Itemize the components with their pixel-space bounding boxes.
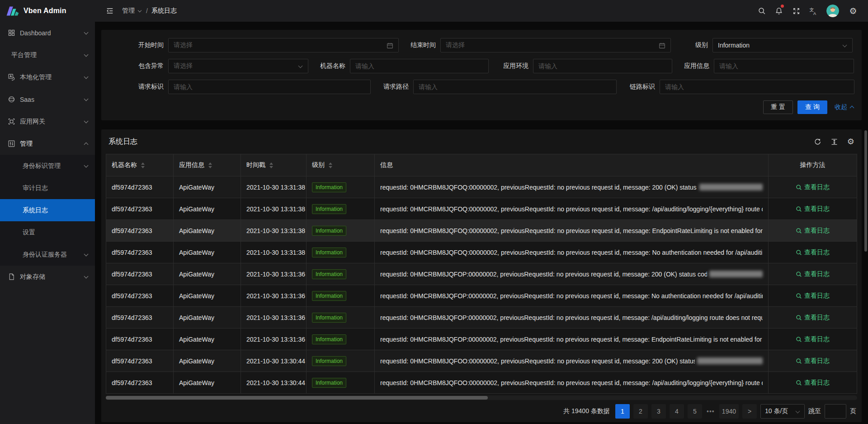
- page-ellipsis[interactable]: •••: [706, 408, 716, 415]
- sidebar-item-auth-server[interactable]: 身份认证服务器: [0, 243, 95, 266]
- column-header-action: 操作方法: [769, 154, 857, 176]
- page-button-1940[interactable]: 1940: [719, 404, 739, 419]
- sidebar-item-system-log[interactable]: 系统日志: [0, 199, 95, 221]
- row-height-icon[interactable]: [830, 138, 838, 146]
- sidebar-item-localization[interactable]: 本地化管理: [0, 66, 95, 88]
- column-label: 信息: [380, 161, 393, 169]
- level-badge: Information: [312, 248, 346, 257]
- collapse-link[interactable]: 收起: [835, 103, 854, 111]
- next-page-button[interactable]: >: [742, 404, 757, 419]
- translate-icon[interactable]: 文 A: [805, 0, 822, 22]
- start-time-date-input[interactable]: 请选择: [168, 38, 399, 52]
- placeholder-text: 请选择: [446, 41, 465, 49]
- settings-icon[interactable]: ⚙: [844, 0, 862, 22]
- table-row[interactable]: df5974d72363ApiGateWay2021-10-30 13:31:3…: [106, 306, 857, 328]
- cell-action: 查看日志: [769, 285, 857, 306]
- sidebar-item-settings[interactable]: 设置: [0, 221, 95, 243]
- vertical-scrollbar-thumb[interactable]: [864, 130, 867, 252]
- app-logo[interactable]: Vben Admin: [0, 0, 95, 22]
- view-log-link[interactable]: 查看日志: [796, 357, 830, 365]
- table-row[interactable]: df5974d72363ApiGateWay2021-10-30 13:31:3…: [106, 198, 857, 219]
- table-title: 系统日志: [108, 137, 137, 147]
- app-info-input[interactable]: [714, 59, 854, 73]
- column-header-msg: 信息: [375, 154, 769, 176]
- machine-name-input[interactable]: [350, 59, 489, 73]
- column-header-time[interactable]: 时间戳: [241, 154, 307, 176]
- page-button-3[interactable]: 3: [651, 404, 666, 419]
- request-id-input[interactable]: [168, 80, 371, 94]
- end-time-date-input[interactable]: 请选择: [440, 38, 671, 52]
- breadcrumb-parent[interactable]: 管理: [122, 7, 142, 15]
- sidebar-item-dashboard[interactable]: Dashboard: [0, 22, 95, 44]
- fullscreen-icon[interactable]: [788, 0, 805, 22]
- view-log-link[interactable]: 查看日志: [796, 314, 830, 322]
- view-log-link[interactable]: 查看日志: [796, 270, 830, 278]
- sort-icon[interactable]: [329, 162, 332, 168]
- table-row[interactable]: df5974d72363ApiGateWay2021-10-30 13:30:4…: [106, 350, 857, 372]
- menu-fold-icon[interactable]: [102, 0, 118, 22]
- table-row[interactable]: df5974d72363ApiGateWay2021-10-30 13:31:3…: [106, 263, 857, 285]
- column-header-level[interactable]: 级别: [307, 154, 375, 176]
- cell-timestamp: 2021-10-30 13:31:36: [241, 329, 307, 350]
- page-button-1[interactable]: 1: [615, 404, 630, 419]
- table-row[interactable]: df5974d72363ApiGateWay2021-10-30 13:31:3…: [106, 241, 857, 263]
- redacted-text: [699, 184, 763, 191]
- page-size-select[interactable]: 10 条/页: [760, 404, 805, 419]
- sidebar-item-audit-log[interactable]: 审计日志: [0, 177, 95, 199]
- chevron-down-icon: [795, 410, 800, 413]
- column-header-machine[interactable]: 机器名称: [106, 154, 174, 176]
- cell-timestamp: 2021-10-30 13:31:36: [241, 263, 307, 285]
- avatar[interactable]: [826, 5, 839, 17]
- magnifier-icon: [796, 336, 802, 343]
- bell-icon[interactable]: [770, 0, 788, 22]
- sort-icon[interactable]: [269, 162, 273, 168]
- view-log-link[interactable]: 查看日志: [796, 379, 830, 387]
- redo-icon[interactable]: [814, 138, 821, 146]
- view-log-link[interactable]: 查看日志: [796, 205, 830, 213]
- table-row[interactable]: df5974d72363ApiGateWay2021-10-30 13:30:4…: [106, 372, 857, 393]
- cell-machine-name: df5974d72363: [106, 242, 174, 263]
- view-log-link[interactable]: 查看日志: [796, 183, 830, 191]
- sidebar-item-identity-mgmt[interactable]: 身份标识管理: [0, 155, 95, 177]
- has-exception-select[interactable]: 请选择: [168, 59, 308, 73]
- sort-icon[interactable]: [141, 162, 145, 168]
- filter-field-request-path: 请求路径: [371, 80, 617, 94]
- trace-id-input[interactable]: [660, 80, 854, 94]
- jump-input[interactable]: [825, 404, 846, 419]
- search-icon[interactable]: [753, 0, 770, 22]
- sidebar-item-object-storage[interactable]: 对象存储: [0, 266, 95, 288]
- reset-button[interactable]: 重 置: [763, 100, 793, 114]
- column-header-app[interactable]: 应用信息: [174, 154, 241, 176]
- app-env-input[interactable]: [533, 59, 672, 73]
- field-label: 链路标识: [617, 83, 660, 91]
- sidebar-item-management[interactable]: 管理: [0, 133, 95, 155]
- sidebar-item-saas[interactable]: Saas: [0, 88, 95, 110]
- query-button[interactable]: 查 询: [797, 100, 827, 114]
- table-row[interactable]: df5974d72363ApiGateWay2021-10-30 13:31:3…: [106, 328, 857, 350]
- settings-icon[interactable]: ⚙: [847, 138, 854, 146]
- view-log-link[interactable]: 查看日志: [796, 248, 830, 257]
- chevron-down-icon: [83, 76, 89, 78]
- cell-message: requestId: 0HMCRBM8JQFOQ:00000002, previ…: [375, 198, 769, 219]
- page-button-5[interactable]: 5: [688, 404, 702, 419]
- table-row[interactable]: df5974d72363ApiGateWay2021-10-30 13:31:3…: [106, 285, 857, 306]
- table-row[interactable]: df5974d72363ApiGateWay2021-10-30 13:31:3…: [106, 176, 857, 198]
- table-row[interactable]: df5974d72363ApiGateWay2021-10-30 13:31:3…: [106, 219, 857, 241]
- sidebar-item-gateway[interactable]: 应用网关: [0, 110, 95, 133]
- chevron-down-icon: [83, 165, 89, 167]
- page-button-2[interactable]: 2: [633, 404, 648, 419]
- horizontal-scrollbar-thumb[interactable]: [106, 396, 488, 400]
- sort-icon[interactable]: [208, 162, 212, 168]
- request-path-input[interactable]: [413, 80, 617, 94]
- sidebar-item-platform[interactable]: 平台管理: [0, 44, 95, 66]
- cell-level: Information: [307, 198, 375, 219]
- page-button-4[interactable]: 4: [670, 404, 684, 419]
- chevron-down-icon: [297, 65, 303, 67]
- horizontal-scrollbar[interactable]: [106, 395, 857, 400]
- view-log-link[interactable]: 查看日志: [796, 335, 830, 343]
- cell-machine-name: df5974d72363: [106, 307, 174, 328]
- sidebar-item-label: 设置: [23, 229, 89, 237]
- view-log-link[interactable]: 查看日志: [796, 292, 830, 300]
- level-select[interactable]: Information: [712, 38, 853, 52]
- view-log-link[interactable]: 查看日志: [796, 227, 830, 235]
